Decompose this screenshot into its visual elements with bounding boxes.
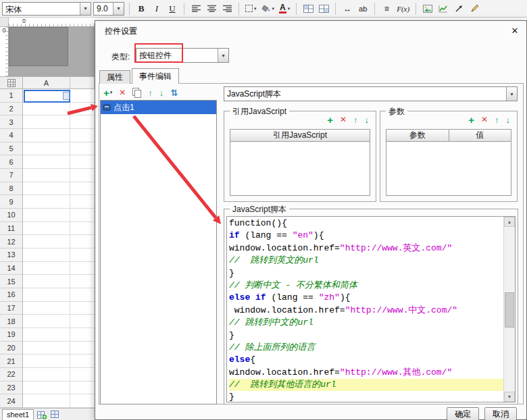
cell[interactable]: [70, 328, 95, 342]
tab-event-edit[interactable]: 事件编辑: [132, 68, 179, 84]
cell[interactable]: [23, 195, 70, 209]
code-line[interactable]: else{: [229, 354, 503, 366]
unmerge-cells-button[interactable]: [317, 1, 330, 16]
row-header[interactable]: 11: [0, 222, 23, 236]
insert-chart-button[interactable]: [436, 1, 450, 16]
cell[interactable]: [23, 115, 70, 129]
code-line[interactable]: else if (lang == "zh"){: [229, 292, 503, 304]
row-header[interactable]: 2: [0, 103, 23, 116]
cell[interactable]: [23, 288, 70, 302]
column-header[interactable]: 引用JavaScript: [230, 130, 370, 141]
cell[interactable]: [23, 394, 70, 408]
cell[interactable]: [23, 342, 70, 355]
chevron-down-icon[interactable]: ▾: [80, 3, 91, 15]
vertical-scrollbar[interactable]: ▲ ▼: [503, 217, 515, 402]
cell[interactable]: [70, 342, 95, 355]
font-family-select[interactable]: 宋体 ▾: [2, 2, 91, 16]
cell[interactable]: [23, 169, 70, 182]
sort-events-icon[interactable]: ⇅: [170, 88, 178, 98]
column-header-param[interactable]: 参数: [386, 130, 449, 141]
column-header-value[interactable]: 值: [449, 130, 511, 141]
cell[interactable]: [70, 302, 95, 315]
cell[interactable]: [70, 288, 95, 302]
cell[interactable]: [23, 103, 70, 116]
insert-line-button[interactable]: [452, 1, 466, 16]
row-header[interactable]: 9: [0, 195, 23, 209]
ref-js-table-body[interactable]: [230, 142, 370, 195]
border-style-button[interactable]: ▾: [244, 1, 258, 16]
code-line[interactable]: // 判断中文 - 不分繁体和简体: [229, 280, 503, 292]
insert-image-button[interactable]: [421, 1, 434, 16]
row-header[interactable]: 18: [0, 315, 23, 328]
cell[interactable]: [70, 129, 95, 142]
cell[interactable]: [70, 315, 95, 328]
script-type-select[interactable]: JavaScript脚本 ▾: [224, 86, 518, 101]
move-up-icon[interactable]: ↑: [495, 115, 499, 125]
row-header[interactable]: 12: [0, 235, 23, 248]
cell[interactable]: [23, 355, 70, 368]
move-up-icon[interactable]: ↑: [148, 88, 153, 98]
code-line[interactable]: // 跳转到英文的url: [229, 255, 503, 267]
cell[interactable]: [70, 248, 95, 262]
cell[interactable]: [23, 142, 70, 156]
column-width-button[interactable]: ↔: [341, 1, 354, 16]
move-up-icon[interactable]: ↑: [353, 115, 358, 125]
row-header[interactable]: 23: [0, 382, 23, 395]
event-list[interactable]: 点击1: [100, 100, 217, 404]
cell[interactable]: [23, 222, 70, 236]
add-icon[interactable]: +: [468, 115, 474, 125]
row-header[interactable]: 24: [0, 394, 23, 408]
tab-properties[interactable]: 属性: [99, 70, 130, 84]
chevron-down-icon[interactable]: ▾: [113, 3, 124, 15]
cell[interactable]: [23, 275, 70, 288]
italic-button[interactable]: I: [150, 1, 164, 16]
insert-formula-button[interactable]: F(x): [395, 1, 411, 16]
move-down-icon[interactable]: ↓: [365, 115, 370, 125]
cell[interactable]: [23, 235, 70, 248]
scrollbar-thumb[interactable]: [505, 292, 514, 327]
code-line[interactable]: if (lang == "en"){: [229, 230, 503, 242]
add-event-button[interactable]: + ▾: [103, 88, 112, 98]
row-header[interactable]: 19: [0, 328, 23, 342]
close-icon[interactable]: ✕: [509, 24, 521, 36]
move-down-icon[interactable]: ↓: [159, 88, 164, 98]
cell[interactable]: [70, 235, 95, 248]
cell[interactable]: [23, 328, 70, 342]
delete-icon[interactable]: ✕: [340, 115, 347, 124]
text-style-button[interactable]: ab: [356, 1, 370, 16]
cell[interactable]: [70, 368, 95, 382]
row-header[interactable]: 4: [0, 129, 23, 142]
ok-button[interactable]: 确定: [447, 407, 479, 420]
cell[interactable]: [70, 155, 95, 169]
row-header[interactable]: 14: [0, 262, 23, 275]
code-line[interactable]: window.location.href="http://www.英文.com/…: [229, 242, 503, 255]
align-right-button[interactable]: [220, 1, 234, 16]
scroll-down-icon[interactable]: ▼: [504, 392, 515, 402]
row-header[interactable]: 20: [0, 342, 23, 355]
column-header-a[interactable]: A: [23, 77, 70, 88]
code-line[interactable]: }: [229, 330, 503, 342]
cell[interactable]: [70, 382, 95, 395]
code-line[interactable]: window.location.href="http://www.其他.com/…: [229, 367, 503, 379]
font-color-button[interactable]: A ▾: [278, 1, 291, 16]
code-line[interactable]: function(){: [229, 217, 503, 230]
code-line[interactable]: // 跳转到其他语言的url: [229, 379, 503, 391]
cell[interactable]: [23, 155, 70, 169]
copy-event-icon[interactable]: [132, 88, 141, 97]
cell[interactable]: [23, 209, 70, 222]
code-editor[interactable]: function(){if (lang == "en"){window.loca…: [226, 216, 516, 402]
code-line[interactable]: window.location.href="http://www.中文.com/…: [229, 305, 503, 317]
column-header-b[interactable]: [70, 77, 95, 88]
row-header[interactable]: 17: [0, 302, 23, 315]
insert-sheet-icon[interactable]: [37, 410, 47, 419]
insert-pen-button[interactable]: [468, 1, 481, 16]
cancel-button[interactable]: 取消: [484, 407, 517, 420]
cell[interactable]: [70, 262, 95, 275]
cell[interactable]: [70, 394, 95, 408]
align-left-button[interactable]: [189, 1, 203, 16]
cell[interactable]: [23, 262, 70, 275]
wrap-text-button[interactable]: ≡: [380, 1, 393, 16]
cell[interactable]: [70, 115, 95, 129]
row-header[interactable]: 10: [0, 209, 23, 222]
cell[interactable]: [70, 142, 95, 156]
